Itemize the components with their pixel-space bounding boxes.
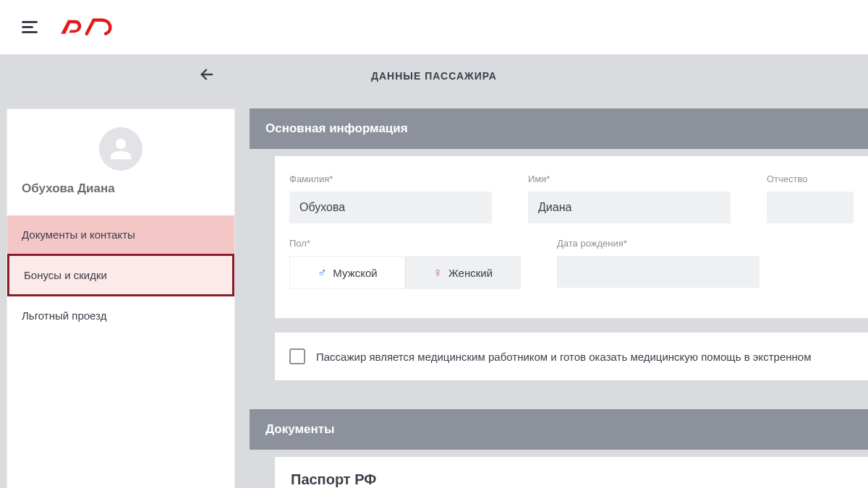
medical-checkbox[interactable] — [289, 348, 305, 364]
passport-card-title: Паспорт РФ — [275, 457, 868, 488]
menu-icon[interactable] — [22, 21, 38, 33]
gender-female-button[interactable]: ♀ Женский — [406, 257, 521, 288]
first-name-input[interactable] — [528, 192, 731, 223]
gender-male-button[interactable]: ♂ Мужской — [290, 257, 406, 288]
last-name-input[interactable] — [289, 192, 492, 223]
sidebar: Обухова Диана Документы и контакты Бонус… — [7, 108, 235, 488]
female-icon: ♀ — [433, 265, 443, 281]
middle-name-input[interactable] — [767, 192, 854, 223]
sidebar-item-benefits[interactable]: Льготный проезд — [7, 296, 234, 335]
sidebar-item-documents-contacts[interactable]: Документы и контакты — [7, 215, 234, 254]
avatar — [99, 127, 142, 171]
medical-checkbox-label: Пассажир является медицинским работником… — [316, 351, 812, 363]
section-header-documents: Документы — [250, 409, 868, 450]
section-header-main-info: Основная информация — [250, 108, 868, 149]
male-icon: ♂ — [318, 265, 328, 281]
rzd-logo[interactable] — [59, 15, 125, 40]
main-column: Основная информация Фамилия* Имя* Отчест… — [250, 108, 868, 488]
sidebar-nav: Документы и контакты Бонусы и скидки Льг… — [7, 215, 234, 335]
main-info-form: Фамилия* Имя* Отчество Пол* ♂ — [275, 156, 868, 318]
gender-label: Пол* — [289, 238, 521, 249]
page-title: ДАННЫЕ ПАССАЖИРА — [22, 70, 846, 82]
gender-female-label: Женский — [448, 267, 493, 279]
gender-toggle: ♂ Мужской ♀ Женский — [289, 256, 521, 289]
sub-header: ДАННЫЕ ПАССАЖИРА — [0, 54, 868, 98]
first-name-label: Имя* — [528, 174, 731, 184]
birth-date-input[interactable] — [557, 256, 760, 288]
sidebar-item-bonuses[interactable]: Бонусы и скидки — [7, 254, 234, 296]
back-arrow-icon[interactable] — [199, 67, 215, 85]
top-bar — [0, 0, 868, 54]
middle-name-label: Отчество — [767, 174, 854, 184]
medical-checkbox-row: Пассажир является медицинским работником… — [275, 333, 868, 380]
passenger-name: Обухова Диана — [7, 181, 129, 196]
gender-male-label: Мужской — [333, 267, 377, 279]
birth-date-label: Дата рождения* — [557, 238, 760, 249]
last-name-label: Фамилия* — [289, 174, 492, 184]
